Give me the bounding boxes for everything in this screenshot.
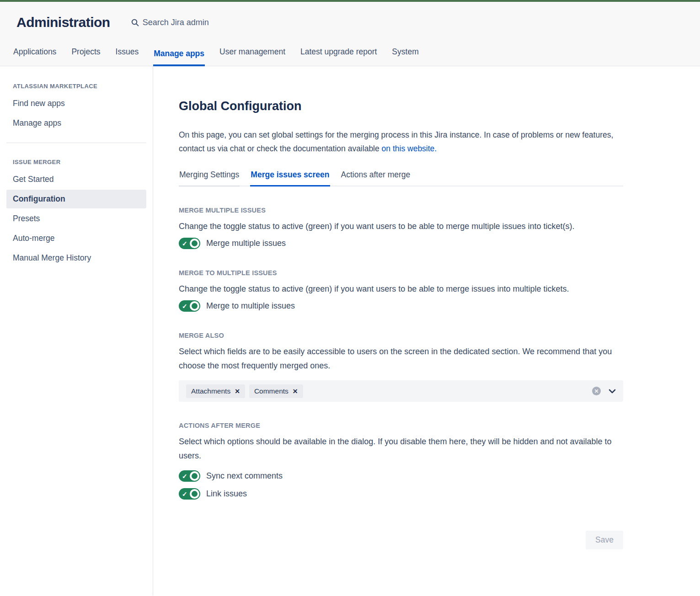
sync-next-comments-toggle[interactable]: ✓ <box>179 470 200 482</box>
clear-all-icon[interactable]: ✕ <box>592 387 601 395</box>
nav-item-latest-upgrade-report[interactable]: Latest upgrade report <box>300 47 377 66</box>
toggle-label: Merge multiple issues <box>206 239 286 248</box>
section-description: Select which options should be available… <box>179 435 623 463</box>
section-label: MERGE ALSO <box>179 332 623 339</box>
sidebar-item-manual-merge-history[interactable]: Manual Merge History <box>6 249 146 267</box>
sidebar-item-configuration[interactable]: Configuration <box>6 190 146 208</box>
admin-search[interactable] <box>131 18 262 27</box>
tag-label: Attachments <box>191 387 230 395</box>
tab-merge-issues-screen[interactable]: Merge issues screen <box>250 170 330 186</box>
documentation-link[interactable]: on this website. <box>382 144 437 153</box>
sidebar-item-get-started[interactable]: Get Started <box>6 170 146 189</box>
sidebar-item-find-new-apps[interactable]: Find new apps <box>6 94 146 113</box>
top-nav: Applications Projects Issues Manage apps… <box>0 35 700 66</box>
chevron-down-icon[interactable] <box>609 389 616 394</box>
nav-item-projects[interactable]: Projects <box>71 47 101 66</box>
section-merge-multiple-issues: MERGE MULTIPLE ISSUES Change the toggle … <box>179 207 623 249</box>
nav-item-applications[interactable]: Applications <box>13 47 57 66</box>
sidebar-section-issue-merger: ISSUE MERGER <box>6 159 146 165</box>
toggle-knob <box>190 489 199 499</box>
section-label: ACTIONS AFTER MERGE <box>179 422 623 429</box>
tag-label: Comments <box>254 387 289 395</box>
save-button[interactable]: Save <box>586 531 623 549</box>
tab-merging-settings[interactable]: Merging Settings <box>179 170 240 186</box>
remove-tag-icon[interactable]: ✕ <box>235 388 240 394</box>
check-icon: ✓ <box>182 490 187 497</box>
main-content: Global Configuration On this page, you c… <box>153 66 700 596</box>
section-merge-to-multiple-issues: MERGE TO MULTIPLE ISSUES Change the togg… <box>179 269 623 312</box>
toggle-label: Sync next comments <box>206 471 283 481</box>
app-title: Administration <box>16 15 110 30</box>
nav-item-system[interactable]: System <box>391 47 419 66</box>
section-label: MERGE TO MULTIPLE ISSUES <box>179 269 623 277</box>
remove-tag-icon[interactable]: ✕ <box>293 388 298 394</box>
section-merge-also: MERGE ALSO Select which fields are to be… <box>179 332 623 402</box>
config-tabs: Merging Settings Merge issues screen Act… <box>179 170 623 186</box>
toggle-knob <box>190 239 199 248</box>
app-header: Administration Applications Projects Iss… <box>0 2 700 66</box>
nav-item-issues[interactable]: Issues <box>115 47 139 66</box>
link-issues-toggle[interactable]: ✓ <box>179 488 200 500</box>
tab-actions-after-merge[interactable]: Actions after merge <box>341 170 411 186</box>
section-description: Change the toggle status to active (gree… <box>179 219 623 234</box>
check-icon: ✓ <box>182 240 187 246</box>
tag-comments: Comments ✕ <box>249 384 303 398</box>
nav-item-manage-apps[interactable]: Manage apps <box>153 49 205 66</box>
check-icon: ✓ <box>182 303 187 309</box>
search-input[interactable] <box>143 18 262 27</box>
section-label: MERGE MULTIPLE ISSUES <box>179 207 623 214</box>
sidebar-section-atlassian-marketplace: ATLASSIAN MARKETPLACE <box>6 83 146 90</box>
toggle-knob <box>190 471 199 481</box>
section-description: Change the toggle status to active (gree… <box>179 282 623 296</box>
intro-paragraph: On this page, you can set global setting… <box>179 128 623 155</box>
toggle-label: Link issues <box>206 489 247 499</box>
merge-to-multiple-issues-toggle[interactable]: ✓ <box>179 300 200 312</box>
tag-attachments: Attachments ✕ <box>186 384 245 398</box>
sidebar-divider <box>6 143 146 143</box>
toggle-knob <box>190 301 199 311</box>
section-description: Select which fields are to be easily acc… <box>179 345 623 373</box>
page-title: Global Configuration <box>179 99 623 113</box>
toggle-label: Merge to multiple issues <box>206 301 295 311</box>
check-icon: ✓ <box>182 473 187 479</box>
sidebar-item-manage-apps[interactable]: Manage apps <box>6 114 146 133</box>
sidebar-item-auto-merge[interactable]: Auto-merge <box>6 229 146 248</box>
merge-multiple-issues-toggle[interactable]: ✓ <box>179 238 200 249</box>
sidebar: ATLASSIAN MARKETPLACE Find new apps Mana… <box>0 66 153 596</box>
sidebar-item-presets[interactable]: Presets <box>6 209 146 228</box>
section-actions-after-merge: ACTIONS AFTER MERGE Select which options… <box>179 422 623 500</box>
search-icon <box>131 19 139 27</box>
merge-also-multiselect[interactable]: Attachments ✕ Comments ✕ ✕ <box>179 380 623 402</box>
nav-item-user-management[interactable]: User management <box>219 47 286 66</box>
